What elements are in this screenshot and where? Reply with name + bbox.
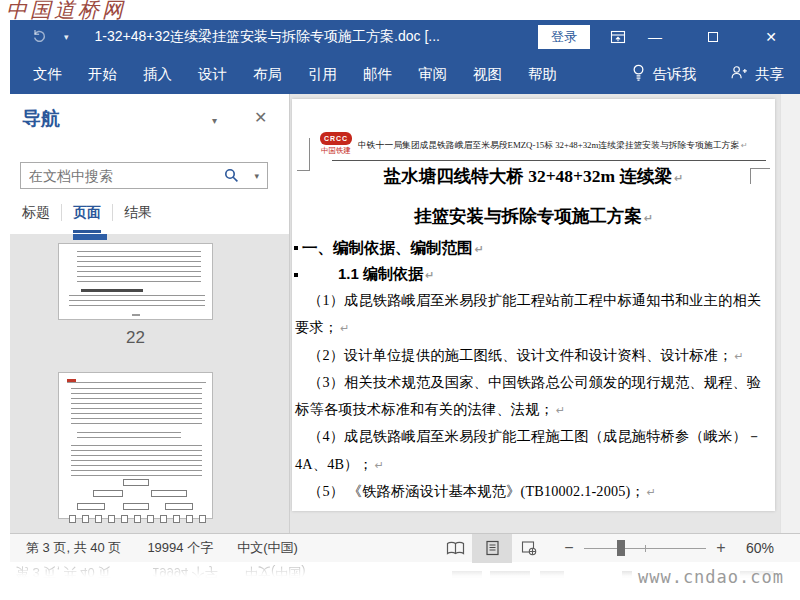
thumbnail-orgchart-box xyxy=(151,490,187,497)
doc-body-line: 要求；↵ xyxy=(295,318,350,337)
thumbnail-orgchart-box xyxy=(165,503,193,510)
lightbulb-icon xyxy=(632,64,645,85)
thumbnail-orgchart-box xyxy=(82,515,89,523)
thumbnail-text-decoration xyxy=(71,445,202,477)
doc-body-line: （1）成昆铁路峨眉至米易段扩能工程站前工程中标通知书和业主的相关 xyxy=(308,291,763,310)
tab-view[interactable]: 视图 xyxy=(460,65,515,84)
thumbnail-orgchart-box xyxy=(93,490,123,497)
nav-tab-pages[interactable]: 页面 xyxy=(73,200,101,233)
paragraph-mark-icon: ↵ xyxy=(674,172,683,185)
word-count[interactable]: 19994 个字 xyxy=(147,539,213,557)
doc-body-line: 标等各项技术标准和有关的法律、法规；↵ xyxy=(295,400,565,419)
doc-body-line: （5） 《铁路桥涵设计基本规范》(TB10002.1-2005)；↵ xyxy=(308,482,656,501)
qat-customize-icon[interactable]: ▾ xyxy=(64,32,69,42)
print-layout-button[interactable] xyxy=(472,534,512,563)
thumbnail-orgchart-box xyxy=(123,503,149,510)
page-thumbnail-22[interactable] xyxy=(58,243,213,320)
undo-icon[interactable] xyxy=(32,28,47,47)
thumbnail-text-decoration xyxy=(77,432,181,442)
read-mode-button[interactable] xyxy=(438,534,472,563)
ribbon-display-options-icon[interactable] xyxy=(610,29,626,45)
thumbnail-orgchart-box xyxy=(199,515,206,523)
reflection-decoration xyxy=(622,571,632,578)
zoom-slider[interactable] xyxy=(584,548,706,549)
nav-tab-separator xyxy=(61,204,62,221)
site-watermark-top: 中国道桥网 xyxy=(6,0,126,24)
page-thumbnail-list[interactable]: 22 xyxy=(10,234,289,533)
search-icon[interactable] xyxy=(224,168,239,187)
thumbnail-text-decoration xyxy=(71,388,202,428)
document-area: CRCC 中国铁建 中铁十一局集团成昆铁路峨眉至米易段EMZQ-15标 32+4… xyxy=(290,94,800,533)
thumbnail-orgchart-box xyxy=(123,479,149,486)
doc-title-line-1: 盐水塘四线特大桥 32+48+32m 连续梁↵ xyxy=(292,164,775,188)
page-thumbnail-23[interactable] xyxy=(58,372,213,519)
paragraph-mark-icon: ↵ xyxy=(475,243,484,256)
tab-references[interactable]: 引用 xyxy=(295,65,350,84)
title-bar: ▾ 1-32+48+32连续梁挂篮安装与拆除专项施工方案.doc [... 登录… xyxy=(10,20,800,54)
search-box[interactable]: ▾ xyxy=(20,162,268,189)
status-bar: 第 3 页, 共 40 页 19994 个字 中文(中国) xyxy=(10,533,800,562)
tab-layout[interactable]: 布局 xyxy=(240,65,295,84)
thumbnail-orgchart-box xyxy=(95,515,102,523)
screen: 中国道桥网 ▾ 1-32+48+32连续梁挂篮安装与拆除专项施工方案.doc [… xyxy=(0,0,800,600)
doc-title-line-2: 挂篮安装与拆除专项施工方案↵ xyxy=(292,204,775,228)
tab-file[interactable]: 文件 xyxy=(20,65,75,84)
crcc-logo: CRCC 中国铁建 xyxy=(316,132,356,156)
tell-me-label: 告诉我 xyxy=(653,65,697,84)
nav-tab-separator xyxy=(112,204,113,221)
paragraph-mark-icon: ↵ xyxy=(644,212,653,225)
document-page[interactable]: CRCC 中国铁建 中铁十一局集团成昆铁路峨眉至米易段EMZQ-15标 32+4… xyxy=(292,99,775,511)
tab-help[interactable]: 帮助 xyxy=(515,65,570,84)
page-header-rule xyxy=(332,160,766,161)
zoom-percent[interactable]: 60% xyxy=(738,540,774,556)
nav-tab-results[interactable]: 结果 xyxy=(124,200,152,230)
login-button[interactable]: 登录 xyxy=(538,25,590,49)
tell-me[interactable]: 告诉我 xyxy=(632,64,697,85)
search-dropdown-icon[interactable]: ▾ xyxy=(254,171,259,181)
paragraph-mark-icon: ↵ xyxy=(340,322,349,335)
word-window: ▾ 1-32+48+32连续梁挂篮安装与拆除专项施工方案.doc [... 登录… xyxy=(10,20,800,560)
thumbnail-fragment-above xyxy=(73,234,107,240)
tab-insert[interactable]: 插入 xyxy=(130,65,185,84)
thumbnail-orgchart-box xyxy=(69,515,76,523)
paragraph-mark-icon: ↵ xyxy=(375,459,384,472)
thumbnail-orgchart-box xyxy=(173,515,180,523)
tab-home[interactable]: 开始 xyxy=(75,65,130,84)
nav-pane-tabs: 标题 页面 结果 xyxy=(10,200,289,233)
paragraph-mark-icon: ↵ xyxy=(741,141,748,150)
search-input[interactable] xyxy=(29,165,199,186)
language-indicator[interactable]: 中文(中国) xyxy=(237,539,298,557)
maximize-icon xyxy=(708,32,718,42)
reflection-decoration xyxy=(540,571,564,578)
doc-heading-1: 一、编制依据、编制范围↵ xyxy=(302,238,484,259)
zoom-slider-handle[interactable] xyxy=(617,540,625,556)
tab-review[interactable]: 审阅 xyxy=(405,65,460,84)
nav-pane-close-icon[interactable]: ✕ xyxy=(254,108,267,127)
nav-pane-dropdown-icon[interactable]: ▾ xyxy=(212,115,217,126)
thumbnail-text-decoration xyxy=(69,295,205,309)
vertical-scrollbar[interactable] xyxy=(780,94,800,533)
tab-mailings[interactable]: 邮件 xyxy=(350,65,405,84)
heading-bullet xyxy=(294,246,298,250)
window-title: 1-32+48+32连续梁挂篮安装与拆除专项施工方案.doc [... xyxy=(95,28,538,46)
thumbnail-orgchart-box xyxy=(77,503,105,510)
thumbnail-header-rule xyxy=(67,382,206,383)
tab-design[interactable]: 设计 xyxy=(185,65,240,84)
zoom-out-button[interactable]: − xyxy=(558,539,580,557)
site-watermark-bottom: www.cndao.com xyxy=(638,567,784,587)
doc-body-line: 4A、4B）；↵ xyxy=(295,455,384,474)
doc-body-line: （2）设计单位提供的施工图纸、设计文件和设计资料、设计标准；↵ xyxy=(308,346,744,365)
main-area: 导航 ▾ ✕ ▾ 标题 页面 结果 xyxy=(10,94,800,533)
thumbnail-text-decoration xyxy=(81,289,143,292)
page-indicator[interactable]: 第 3 页, 共 40 页 xyxy=(26,539,121,557)
nav-tab-headings[interactable]: 标题 xyxy=(22,200,50,230)
share-button[interactable]: 共享 xyxy=(730,65,784,84)
web-layout-button[interactable] xyxy=(512,534,546,563)
maximize-button[interactable] xyxy=(684,29,742,45)
thumbnail-orgchart-box xyxy=(147,515,154,523)
doc-body-line: （3）相关技术规范及国家、中国铁路总公司颁发的现行规范、规程、验 xyxy=(308,373,763,392)
zoom-in-button[interactable]: + xyxy=(710,539,732,557)
minimize-button[interactable]: — xyxy=(626,29,684,45)
thumbnail-orgchart-box xyxy=(134,515,141,523)
close-button[interactable]: ✕ xyxy=(742,29,800,45)
